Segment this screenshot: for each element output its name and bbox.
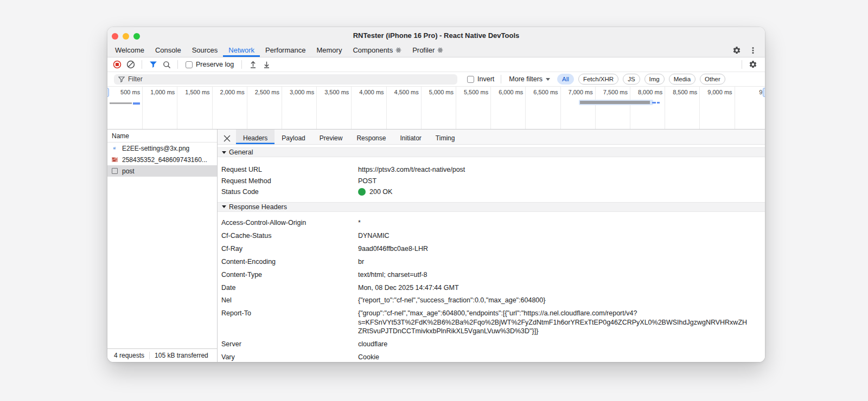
header-name: Server [221, 340, 358, 348]
header-name: Cf-Ray [221, 244, 358, 253]
main-tab-sources[interactable]: Sources [187, 43, 224, 57]
timeline-tick-label: 8,000 ms [638, 89, 662, 95]
status-dot [358, 188, 366, 196]
detail-tab-initiator[interactable]: Initiator [393, 130, 428, 144]
timeline-gridline: 4,500 ms [387, 87, 422, 129]
header-row: Vary Cookie [221, 351, 748, 362]
header-name: Report-To [221, 309, 358, 335]
detail-tab-response[interactable]: Response [349, 130, 393, 144]
header-value: br [358, 257, 748, 266]
timeline-gridline: 6,500 ms [526, 87, 560, 129]
kebab-menu-icon[interactable] [748, 45, 758, 56]
preserve-log-checkbox[interactable] [186, 61, 193, 68]
detail-tab-timing[interactable]: Timing [429, 130, 462, 144]
search-icon[interactable] [161, 59, 172, 70]
react-atom-icon [437, 47, 443, 53]
main-tab-console[interactable]: Console [150, 43, 187, 57]
request-detail-panel: Headers Payload Preview Response Initiat… [218, 130, 765, 362]
divider [142, 60, 142, 69]
more-filters-dropdown[interactable]: More filters [509, 75, 550, 83]
settings-gear-icon[interactable] [731, 45, 742, 56]
timeline-tick-label: 3,500 ms [324, 89, 349, 95]
filter-funnel-icon [118, 76, 125, 82]
section-header-general[interactable]: General [218, 147, 765, 157]
maximize-window-button[interactable] [133, 33, 140, 40]
preserve-log-label: Preserve log [196, 61, 234, 68]
main-tab-memory[interactable]: Memory [311, 43, 347, 57]
divider [241, 60, 242, 69]
header-row: Request Method POST [221, 176, 748, 187]
timeline-gridline: 500 ms [108, 87, 143, 129]
timeline-tick-label: 500 ms [120, 89, 140, 95]
disclosure-triangle-icon [222, 151, 226, 154]
main-tab-profiler[interactable]: Profiler [407, 43, 449, 57]
main-tab-welcome[interactable]: Welcome [110, 43, 150, 57]
header-row: Request URL https://ptsv3.com/t/react-na… [221, 164, 748, 176]
divider [177, 60, 178, 69]
timeline-tick-label: 7,000 ms [569, 89, 593, 95]
request-row[interactable]: E2EE-settings@3x.png [107, 143, 217, 154]
header-value: Cookie [358, 353, 748, 361]
main-tab-components[interactable]: Components [347, 43, 407, 57]
filter-pill-fetchxhr[interactable]: Fetch/XHR [578, 74, 618, 85]
detail-tab-preview[interactable]: Preview [312, 130, 350, 144]
transferred-size: 105 kB transferred [155, 352, 208, 359]
timeline-tick-label: 5,000 ms [429, 89, 454, 95]
request-row[interactable]: 258435352_648609743160... [107, 154, 217, 165]
timeline-gridline: 8,000 ms [630, 87, 665, 129]
timeline-gridline: 5,000 ms [422, 87, 456, 129]
image-preview-blue-icon [111, 145, 118, 152]
export-har-icon[interactable] [261, 59, 272, 70]
filter-pill-js[interactable]: JS [623, 74, 640, 85]
main-tab-network[interactable]: Network [223, 43, 260, 57]
close-detail-button[interactable] [218, 130, 236, 144]
timeline-gridline: 4,000 ms [352, 87, 386, 129]
timeline-tick-label: 8,500 ms [673, 89, 697, 95]
header-value: Mon, 08 Dec 2025 14:47:44 GMT [358, 283, 748, 292]
header-value: text/html; charset=utf-8 [358, 270, 748, 279]
close-window-button[interactable] [112, 33, 118, 40]
network-overview-timeline[interactable]: 500 ms1,000 ms1,500 ms2,000 ms2,500 ms3,… [107, 87, 765, 130]
filter-pill-img[interactable]: Img [644, 74, 665, 85]
header-row: Access-Control-Allow-Origin * [221, 216, 748, 229]
header-row: Report-To {"group":"cf-nel","max_age":60… [221, 307, 748, 338]
window-title: RNTester (iPhone 16 Pro) - React Native … [353, 31, 520, 40]
section-header-response-headers[interactable]: Response Headers [218, 202, 765, 212]
network-settings-gear-icon[interactable] [748, 59, 758, 70]
waterfall-bar [657, 102, 660, 104]
name-column-header[interactable]: Name [107, 130, 217, 143]
clear-network-log-button[interactable] [125, 59, 136, 70]
filter-input[interactable]: Filter [114, 74, 457, 85]
timeline-gridline: 3,000 ms [282, 87, 317, 129]
filter-pill-other[interactable]: Other [700, 74, 725, 85]
main-tab-performance[interactable]: Performance [260, 43, 311, 57]
timeline-gridline: 5,500 ms [456, 87, 491, 129]
header-name: Content-Type [221, 270, 358, 279]
timeline-gridline: 1,000 ms [143, 87, 177, 129]
main-tab-bar: Welcome Console Sources Network Performa… [107, 43, 765, 57]
devtools-window: RNTester (iPhone 16 Pro) - React Native … [107, 27, 765, 362]
header-name: Nel [221, 296, 358, 305]
filter-pill-media[interactable]: Media [669, 74, 695, 85]
header-row: Content-Encoding br [221, 255, 748, 268]
network-toolbar: Preserve log [107, 57, 765, 72]
timeline-right-handle[interactable] [763, 88, 765, 97]
timeline-left-handle[interactable] [107, 88, 109, 97]
request-row[interactable]: post [107, 165, 217, 177]
header-row: Nel {"report_to":"cf-nel","success_fract… [221, 294, 748, 307]
minimize-window-button[interactable] [123, 33, 129, 40]
record-network-log-button[interactable] [112, 59, 123, 70]
detail-tab-payload[interactable]: Payload [275, 130, 312, 144]
timeline-gridline: 7,000 ms [561, 87, 596, 129]
header-name: Status Code [221, 187, 358, 196]
detail-tab-headers[interactable]: Headers [236, 130, 275, 144]
requests-panel: Name E2EE-settings@3x.png 258435352_6486… [107, 130, 218, 362]
filter-pill-all[interactable]: All [557, 74, 574, 85]
import-har-icon[interactable] [247, 59, 258, 70]
timeline-tick-label: 6,000 ms [499, 89, 523, 95]
timeline-tick-label: 2,500 ms [255, 89, 279, 95]
header-row: Cf-Ray 9aad0f46ffbc0ae8-LHR [221, 242, 748, 255]
filter-toggle-icon[interactable] [148, 59, 158, 70]
header-value: 9aad0f46ffbc0ae8-LHR [358, 244, 748, 253]
invert-checkbox[interactable] [467, 76, 474, 83]
